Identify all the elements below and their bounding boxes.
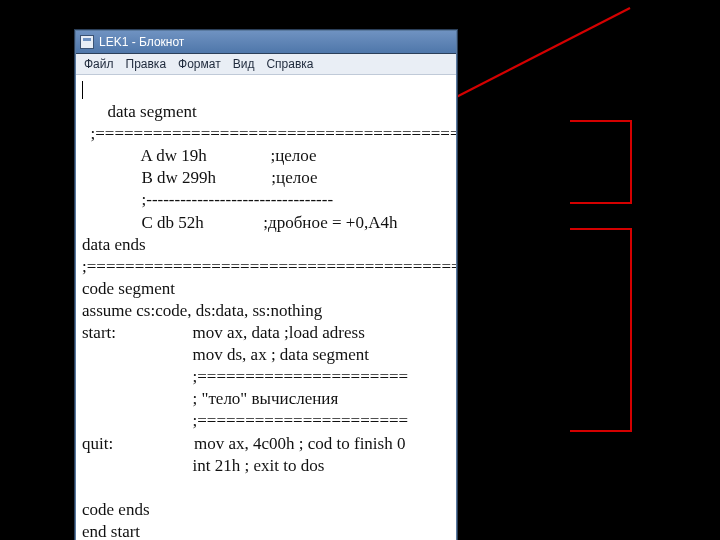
window-title: LEK1 - Блокнот [99,35,184,49]
menu-file[interactable]: Файл [84,57,114,71]
code-line: quit: mov ax, 4c00h ; cod to finish 0 [82,434,405,453]
code-line: end start [82,522,140,540]
code-line: ;====================== [82,367,408,386]
code-line: ; "тело" вычисления [82,389,338,408]
code-line: int 21h ; exit to dos [82,456,324,475]
code-line: start: mov ax, data ;load adress [82,323,365,342]
code-line: code ends [82,500,150,519]
code-line: ;====================================== [82,124,456,143]
app-icon [80,35,94,49]
code-line: data ends [82,235,146,254]
code-line: mov ds, ax ; data segment [82,345,369,364]
code-line: C db 52h ;дробное = +0,A4h [82,213,397,232]
annotation-bracket-code [570,228,632,432]
code-line: data segment [108,102,197,121]
text-editor[interactable]: data segment ;==========================… [76,75,456,540]
code-line: ;--------------------------------- [82,190,333,209]
code-line: ;====================== [82,411,408,430]
menubar: Файл Правка Формат Вид Справка [76,54,456,75]
code-line: ;======================================= [82,257,456,276]
titlebar[interactable]: LEK1 - Блокнот [76,31,456,54]
text-caret [82,81,83,99]
code-line: A dw 19h ;целое [82,146,317,165]
menu-help[interactable]: Справка [266,57,313,71]
annotation-bracket-data [570,120,632,204]
code-line: assume cs:code, ds:data, ss:nothing [82,301,322,320]
code-line: B dw 299h ;целое [82,168,317,187]
menu-edit[interactable]: Правка [126,57,167,71]
menu-view[interactable]: Вид [233,57,255,71]
menu-format[interactable]: Формат [178,57,221,71]
notepad-window: LEK1 - Блокнот Файл Правка Формат Вид Сп… [75,30,457,540]
code-line: code segment [82,279,175,298]
